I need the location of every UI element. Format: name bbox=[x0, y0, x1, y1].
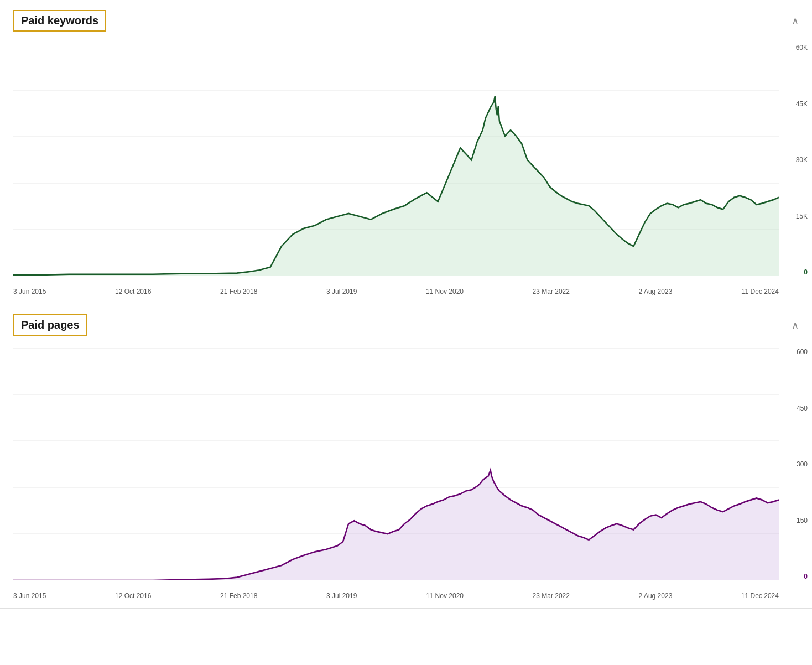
x-label-aug2023: 2 Aug 2023 bbox=[639, 288, 673, 295]
y-label-15k: 15K bbox=[796, 212, 808, 220]
x-label-jul2019: 3 Jul 2019 bbox=[326, 288, 357, 295]
keywords-y-axis: 60K 45K 30K 15K 0 bbox=[796, 44, 808, 276]
x-label-pages-jul2019: 3 Jul 2019 bbox=[326, 592, 357, 600]
paid-keywords-title: Paid keywords bbox=[13, 10, 106, 32]
paid-pages-chevron[interactable]: ∧ bbox=[792, 319, 799, 331]
x-label-dec2024: 11 Dec 2024 bbox=[741, 288, 779, 295]
x-label-pages-dec2024: 11 Dec 2024 bbox=[741, 592, 779, 600]
paid-keywords-chart bbox=[13, 44, 779, 276]
paid-keywords-header: Paid keywords ∧ bbox=[0, 0, 812, 38]
x-label-jun2015: 3 Jun 2015 bbox=[13, 288, 46, 295]
x-label-mar2022: 23 Mar 2022 bbox=[533, 288, 570, 295]
pages-y-axis: 600 450 300 150 0 bbox=[797, 348, 808, 580]
paid-pages-chart-area: 600 450 300 150 0 3 Jun 2015 12 Oct 2016… bbox=[13, 348, 779, 580]
x-label-pages-jun2015: 3 Jun 2015 bbox=[13, 592, 46, 600]
y-label-450: 450 bbox=[797, 404, 808, 412]
x-label-pages-nov2020: 11 Nov 2020 bbox=[426, 592, 464, 600]
paid-pages-chart-container: 600 450 300 150 0 3 Jun 2015 12 Oct 2016… bbox=[0, 342, 812, 608]
keywords-fill bbox=[13, 96, 779, 276]
paid-pages-section: Paid pages ∧ 600 450 300 bbox=[0, 304, 812, 609]
x-label-oct2016: 12 Oct 2016 bbox=[115, 288, 151, 295]
y-label-300: 300 bbox=[797, 460, 808, 468]
y-label-60k: 60K bbox=[796, 44, 808, 51]
x-label-feb2018: 21 Feb 2018 bbox=[220, 288, 257, 295]
y-label-150: 150 bbox=[797, 517, 808, 524]
paid-pages-title: Paid pages bbox=[13, 314, 87, 336]
x-label-pages-aug2023: 2 Aug 2023 bbox=[639, 592, 673, 600]
paid-keywords-chart-container: 60K 45K 30K 15K 0 3 Jun 2015 12 Oct 2016… bbox=[0, 38, 812, 304]
x-label-pages-mar2022: 23 Mar 2022 bbox=[533, 592, 570, 600]
paid-keywords-section: Paid keywords ∧ 60K 45K 30K bbox=[0, 0, 812, 304]
y-label-0-pages: 0 bbox=[804, 573, 808, 580]
x-label-pages-feb2018: 21 Feb 2018 bbox=[220, 592, 257, 600]
paid-keywords-chevron[interactable]: ∧ bbox=[792, 15, 799, 27]
y-label-600: 600 bbox=[797, 348, 808, 356]
x-label-nov2020: 11 Nov 2020 bbox=[426, 288, 464, 295]
y-label-45k: 45K bbox=[796, 100, 808, 108]
pages-fill bbox=[13, 470, 779, 580]
paid-keywords-chart-area: 60K 45K 30K 15K 0 3 Jun 2015 12 Oct 2016… bbox=[13, 44, 779, 276]
keywords-x-axis: 3 Jun 2015 12 Oct 2016 21 Feb 2018 3 Jul… bbox=[13, 288, 779, 295]
paid-pages-chart bbox=[13, 348, 779, 580]
paid-pages-header: Paid pages ∧ bbox=[0, 304, 812, 342]
pages-x-axis: 3 Jun 2015 12 Oct 2016 21 Feb 2018 3 Jul… bbox=[13, 592, 779, 600]
x-label-pages-oct2016: 12 Oct 2016 bbox=[115, 592, 151, 600]
y-label-0k: 0 bbox=[804, 268, 808, 276]
y-label-30k: 30K bbox=[796, 156, 808, 164]
